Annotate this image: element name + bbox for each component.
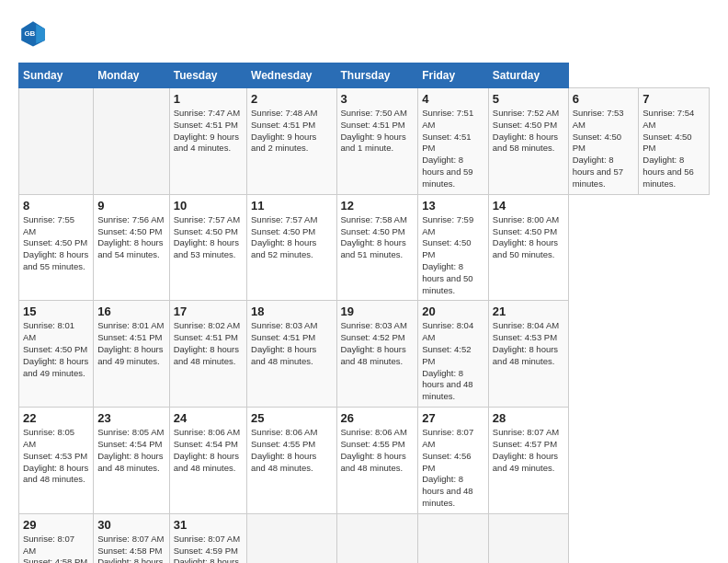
calendar-day-cell: 1 Sunrise: 7:47 AMSunset: 4:51 PMDayligh… xyxy=(169,88,246,195)
day-number: 25 xyxy=(251,411,332,425)
day-number: 23 xyxy=(97,411,165,425)
day-number: 22 xyxy=(23,411,89,425)
calendar-day-cell: 24 Sunrise: 8:06 AMSunset: 4:54 PMDaylig… xyxy=(169,408,246,514)
day-info: Sunrise: 8:07 AMSunset: 4:59 PMDaylight:… xyxy=(174,534,243,563)
calendar-week-row: 15 Sunrise: 8:01 AMSunset: 4:50 PMDaylig… xyxy=(19,301,710,408)
day-number: 8 xyxy=(23,199,89,213)
day-number: 27 xyxy=(422,411,484,425)
day-number: 7 xyxy=(643,92,705,106)
calendar-day-cell: 16 Sunrise: 8:01 AMSunset: 4:51 PMDaylig… xyxy=(94,301,170,408)
header-day: Saturday xyxy=(488,63,568,88)
header-day: Tuesday xyxy=(169,63,246,88)
day-info: Sunrise: 8:03 AMSunset: 4:51 PMDaylight:… xyxy=(251,320,332,367)
day-number: 30 xyxy=(97,518,165,532)
day-number: 16 xyxy=(97,304,165,318)
svg-marker-1 xyxy=(36,24,45,43)
calendar-day-cell: 13 Sunrise: 7:59 AMSunset: 4:50 PMDaylig… xyxy=(418,194,489,301)
day-info: Sunrise: 8:06 AMSunset: 4:55 PMDaylight:… xyxy=(251,427,332,474)
day-info: Sunrise: 8:01 AMSunset: 4:50 PMDaylight:… xyxy=(23,320,89,379)
day-info: Sunrise: 7:47 AMSunset: 4:51 PMDaylight:… xyxy=(174,108,243,155)
logo-icon: GB xyxy=(18,18,48,48)
calendar-day-cell: 6 Sunrise: 7:53 AMSunset: 4:50 PMDayligh… xyxy=(568,88,639,195)
day-info: Sunrise: 7:50 AMSunset: 4:51 PMDaylight:… xyxy=(341,108,415,155)
day-info: Sunrise: 8:04 AMSunset: 4:53 PMDaylight:… xyxy=(493,320,564,367)
calendar-day-cell: 23 Sunrise: 8:05 AMSunset: 4:54 PMDaylig… xyxy=(94,408,170,514)
empty-cell xyxy=(418,513,489,563)
calendar-day-cell: 10 Sunrise: 7:57 AMSunset: 4:50 PMDaylig… xyxy=(169,194,246,301)
day-number: 11 xyxy=(251,199,332,213)
day-number: 2 xyxy=(251,92,332,106)
day-info: Sunrise: 8:07 AMSunset: 4:57 PMDaylight:… xyxy=(493,427,564,474)
calendar-day-cell: 4 Sunrise: 7:51 AMSunset: 4:51 PMDayligh… xyxy=(418,88,489,195)
day-number: 17 xyxy=(174,304,243,318)
day-number: 14 xyxy=(493,199,564,213)
calendar-day-cell: 26 Sunrise: 8:06 AMSunset: 4:55 PMDaylig… xyxy=(336,408,418,514)
day-info: Sunrise: 7:58 AMSunset: 4:50 PMDaylight:… xyxy=(341,214,415,261)
calendar-day-cell: 28 Sunrise: 8:07 AMSunset: 4:57 PMDaylig… xyxy=(488,408,568,514)
day-info: Sunrise: 8:07 AMSunset: 4:58 PMDaylight:… xyxy=(23,534,89,563)
day-info: Sunrise: 7:54 AMSunset: 4:50 PMDaylight:… xyxy=(643,108,705,190)
logo: GB xyxy=(18,18,51,48)
calendar-day-cell: 27 Sunrise: 8:07 AMSunset: 4:56 PMDaylig… xyxy=(418,408,489,514)
calendar-day-cell: 15 Sunrise: 8:01 AMSunset: 4:50 PMDaylig… xyxy=(19,301,94,408)
header-row: SundayMondayTuesdayWednesdayThursdayFrid… xyxy=(19,63,710,88)
calendar-day-cell: 2 Sunrise: 7:48 AMSunset: 4:51 PMDayligh… xyxy=(247,88,336,195)
day-info: Sunrise: 8:00 AMSunset: 4:50 PMDaylight:… xyxy=(493,214,564,261)
day-info: Sunrise: 8:05 AMSunset: 4:54 PMDaylight:… xyxy=(97,427,165,474)
calendar-day-cell: 31 Sunrise: 8:07 AMSunset: 4:59 PMDaylig… xyxy=(169,513,246,563)
day-number: 31 xyxy=(174,518,243,532)
calendar-day-cell: 18 Sunrise: 8:03 AMSunset: 4:51 PMDaylig… xyxy=(247,301,336,408)
calendar-day-cell: 5 Sunrise: 7:52 AMSunset: 4:50 PMDayligh… xyxy=(488,88,568,195)
calendar-header: SundayMondayTuesdayWednesdayThursdayFrid… xyxy=(19,63,710,88)
calendar-day-cell: 8 Sunrise: 7:55 AMSunset: 4:50 PMDayligh… xyxy=(19,194,94,301)
day-number: 9 xyxy=(97,199,165,213)
header-day: Wednesday xyxy=(247,63,336,88)
day-info: Sunrise: 7:57 AMSunset: 4:50 PMDaylight:… xyxy=(251,214,332,261)
day-info: Sunrise: 8:07 AMSunset: 4:56 PMDaylight:… xyxy=(422,427,484,510)
calendar-day-cell: 30 Sunrise: 8:07 AMSunset: 4:58 PMDaylig… xyxy=(94,513,170,563)
day-info: Sunrise: 7:56 AMSunset: 4:50 PMDaylight:… xyxy=(97,214,165,261)
day-info: Sunrise: 8:04 AMSunset: 4:52 PMDaylight:… xyxy=(422,320,484,403)
day-info: Sunrise: 7:51 AMSunset: 4:51 PMDaylight:… xyxy=(422,108,484,190)
day-number: 18 xyxy=(251,304,332,318)
calendar-day-cell: 22 Sunrise: 8:05 AMSunset: 4:53 PMDaylig… xyxy=(19,408,94,514)
calendar-week-row: 29 Sunrise: 8:07 AMSunset: 4:58 PMDaylig… xyxy=(19,513,710,563)
calendar-day-cell: 7 Sunrise: 7:54 AMSunset: 4:50 PMDayligh… xyxy=(639,88,710,195)
day-info: Sunrise: 8:05 AMSunset: 4:53 PMDaylight:… xyxy=(23,427,89,486)
calendar-day-cell: 29 Sunrise: 8:07 AMSunset: 4:58 PMDaylig… xyxy=(19,513,94,563)
day-number: 5 xyxy=(493,92,564,106)
day-info: Sunrise: 8:03 AMSunset: 4:52 PMDaylight:… xyxy=(341,320,415,367)
day-number: 24 xyxy=(174,411,243,425)
day-number: 19 xyxy=(341,304,415,318)
calendar-day-cell: 17 Sunrise: 8:02 AMSunset: 4:51 PMDaylig… xyxy=(169,301,246,408)
day-number: 12 xyxy=(341,199,415,213)
day-info: Sunrise: 8:01 AMSunset: 4:51 PMDaylight:… xyxy=(97,320,165,367)
calendar-day-cell: 11 Sunrise: 7:57 AMSunset: 4:50 PMDaylig… xyxy=(247,194,336,301)
header: GB xyxy=(18,18,710,48)
empty-cell xyxy=(336,513,418,563)
day-number: 15 xyxy=(23,304,89,318)
day-number: 29 xyxy=(23,518,89,532)
header-day: Monday xyxy=(94,63,170,88)
header-day: Sunday xyxy=(19,63,94,88)
day-info: Sunrise: 8:06 AMSunset: 4:54 PMDaylight:… xyxy=(174,427,243,474)
calendar-week-row: 1 Sunrise: 7:47 AMSunset: 4:51 PMDayligh… xyxy=(19,88,710,195)
calendar-day-cell: 9 Sunrise: 7:56 AMSunset: 4:50 PMDayligh… xyxy=(94,194,170,301)
empty-cell xyxy=(247,513,336,563)
day-info: Sunrise: 7:59 AMSunset: 4:50 PMDaylight:… xyxy=(422,214,484,297)
day-info: Sunrise: 8:07 AMSunset: 4:58 PMDaylight:… xyxy=(97,534,165,563)
day-number: 28 xyxy=(493,411,564,425)
day-number: 21 xyxy=(493,304,564,318)
empty-cell xyxy=(19,88,94,195)
svg-text:GB: GB xyxy=(24,29,35,38)
day-info: Sunrise: 8:02 AMSunset: 4:51 PMDaylight:… xyxy=(174,320,243,367)
calendar-week-row: 22 Sunrise: 8:05 AMSunset: 4:53 PMDaylig… xyxy=(19,408,710,514)
calendar-week-row: 8 Sunrise: 7:55 AMSunset: 4:50 PMDayligh… xyxy=(19,194,710,301)
day-number: 20 xyxy=(422,304,484,318)
header-day: Thursday xyxy=(336,63,418,88)
day-info: Sunrise: 8:06 AMSunset: 4:55 PMDaylight:… xyxy=(341,427,415,474)
day-number: 3 xyxy=(341,92,415,106)
calendar-body: 1 Sunrise: 7:47 AMSunset: 4:51 PMDayligh… xyxy=(19,88,710,564)
calendar-day-cell: 12 Sunrise: 7:58 AMSunset: 4:50 PMDaylig… xyxy=(336,194,418,301)
empty-cell xyxy=(488,513,568,563)
